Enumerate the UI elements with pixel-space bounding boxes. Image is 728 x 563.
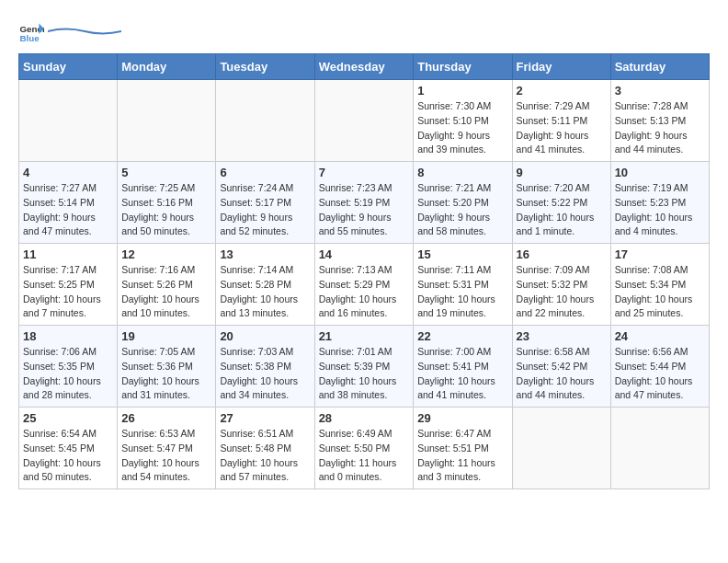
- day-number: 29: [417, 411, 507, 425]
- calendar-cell: 2Sunrise: 7:29 AMSunset: 5:11 PMDaylight…: [512, 80, 610, 162]
- day-info: Sunrise: 7:00 AMSunset: 5:41 PMDaylight:…: [417, 345, 507, 403]
- day-number: 8: [417, 166, 507, 179]
- day-info: Sunrise: 7:14 AMSunset: 5:28 PMDaylight:…: [220, 263, 310, 321]
- week-row-2: 4Sunrise: 7:27 AMSunset: 5:14 PMDaylight…: [19, 162, 710, 244]
- day-number: 20: [220, 329, 310, 343]
- calendar-cell: 12Sunrise: 7:16 AMSunset: 5:26 PMDayligh…: [118, 244, 216, 326]
- day-number: 22: [417, 329, 507, 343]
- day-number: 25: [23, 411, 113, 425]
- column-header-thursday: Thursday: [414, 54, 512, 80]
- calendar-cell: 23Sunrise: 6:58 AMSunset: 5:42 PMDayligh…: [512, 326, 610, 408]
- calendar-cell: 27Sunrise: 6:51 AMSunset: 5:48 PMDayligh…: [216, 408, 314, 489]
- calendar-cell: [19, 80, 118, 162]
- day-number: 14: [319, 247, 410, 261]
- day-info: Sunrise: 7:27 AMSunset: 5:14 PMDaylight:…: [23, 181, 113, 239]
- day-info: Sunrise: 7:20 AMSunset: 5:22 PMDaylight:…: [517, 181, 607, 239]
- day-info: Sunrise: 7:25 AMSunset: 5:16 PMDaylight:…: [121, 181, 211, 239]
- day-number: 16: [517, 247, 607, 261]
- day-number: 26: [121, 411, 211, 425]
- calendar-cell: 20Sunrise: 7:03 AMSunset: 5:38 PMDayligh…: [216, 326, 314, 408]
- column-header-sunday: Sunday: [19, 54, 118, 80]
- day-number: 1: [417, 84, 507, 98]
- day-info: Sunrise: 7:28 AMSunset: 5:13 PMDaylight:…: [615, 99, 705, 157]
- calendar-cell: 16Sunrise: 7:09 AMSunset: 5:32 PMDayligh…: [512, 244, 610, 326]
- day-number: 2: [517, 84, 607, 98]
- calendar-cell: 21Sunrise: 7:01 AMSunset: 5:39 PMDayligh…: [314, 326, 414, 408]
- day-number: 19: [121, 329, 211, 343]
- day-info: Sunrise: 6:47 AMSunset: 5:51 PMDaylight:…: [417, 427, 507, 485]
- calendar-cell: 10Sunrise: 7:19 AMSunset: 5:23 PMDayligh…: [610, 162, 709, 244]
- calendar-cell: 29Sunrise: 6:47 AMSunset: 5:51 PMDayligh…: [414, 408, 512, 489]
- page-header: General Blue: [18, 18, 710, 44]
- day-info: Sunrise: 7:19 AMSunset: 5:23 PMDaylight:…: [615, 181, 705, 239]
- day-info: Sunrise: 7:24 AMSunset: 5:17 PMDaylight:…: [220, 181, 310, 239]
- calendar-cell: [512, 408, 610, 489]
- calendar-header-row: SundayMondayTuesdayWednesdayThursdayFrid…: [19, 54, 710, 80]
- logo-wave: [48, 27, 121, 36]
- day-info: Sunrise: 7:23 AMSunset: 5:19 PMDaylight:…: [319, 181, 410, 239]
- day-number: 12: [121, 247, 211, 261]
- column-header-wednesday: Wednesday: [314, 54, 414, 80]
- day-info: Sunrise: 7:11 AMSunset: 5:31 PMDaylight:…: [417, 263, 507, 321]
- day-info: Sunrise: 6:49 AMSunset: 5:50 PMDaylight:…: [319, 427, 410, 485]
- column-header-tuesday: Tuesday: [216, 54, 314, 80]
- calendar-cell: 19Sunrise: 7:05 AMSunset: 5:36 PMDayligh…: [118, 326, 216, 408]
- week-row-4: 18Sunrise: 7:06 AMSunset: 5:35 PMDayligh…: [19, 326, 710, 408]
- day-info: Sunrise: 7:16 AMSunset: 5:26 PMDaylight:…: [121, 263, 211, 321]
- column-header-monday: Monday: [118, 54, 216, 80]
- column-header-saturday: Saturday: [610, 54, 709, 80]
- calendar-cell: [314, 80, 414, 162]
- calendar-cell: 13Sunrise: 7:14 AMSunset: 5:28 PMDayligh…: [216, 244, 314, 326]
- day-number: 27: [220, 411, 310, 425]
- day-info: Sunrise: 6:51 AMSunset: 5:48 PMDaylight:…: [220, 427, 310, 485]
- day-number: 23: [517, 329, 607, 343]
- svg-text:Blue: Blue: [19, 33, 40, 43]
- day-info: Sunrise: 7:13 AMSunset: 5:29 PMDaylight:…: [319, 263, 410, 321]
- day-number: 11: [23, 247, 113, 261]
- day-info: Sunrise: 7:06 AMSunset: 5:35 PMDaylight:…: [23, 345, 113, 403]
- calendar-cell: [610, 408, 709, 489]
- day-number: 18: [23, 329, 113, 343]
- calendar-cell: [118, 80, 216, 162]
- calendar-cell: 14Sunrise: 7:13 AMSunset: 5:29 PMDayligh…: [314, 244, 414, 326]
- week-row-5: 25Sunrise: 6:54 AMSunset: 5:45 PMDayligh…: [19, 408, 710, 489]
- calendar-cell: 3Sunrise: 7:28 AMSunset: 5:13 PMDaylight…: [610, 80, 709, 162]
- calendar-cell: 28Sunrise: 6:49 AMSunset: 5:50 PMDayligh…: [314, 408, 414, 489]
- calendar-cell: 26Sunrise: 6:53 AMSunset: 5:47 PMDayligh…: [118, 408, 216, 489]
- day-info: Sunrise: 7:29 AMSunset: 5:11 PMDaylight:…: [517, 99, 607, 157]
- calendar-cell: [216, 80, 314, 162]
- day-number: 9: [517, 166, 607, 179]
- calendar-cell: 24Sunrise: 6:56 AMSunset: 5:44 PMDayligh…: [610, 326, 709, 408]
- day-info: Sunrise: 7:09 AMSunset: 5:32 PMDaylight:…: [517, 263, 607, 321]
- day-number: 15: [417, 247, 507, 261]
- day-number: 3: [615, 84, 705, 98]
- calendar-cell: 17Sunrise: 7:08 AMSunset: 5:34 PMDayligh…: [610, 244, 709, 326]
- day-info: Sunrise: 7:30 AMSunset: 5:10 PMDaylight:…: [417, 99, 507, 157]
- column-header-friday: Friday: [512, 54, 610, 80]
- day-info: Sunrise: 6:53 AMSunset: 5:47 PMDaylight:…: [121, 427, 211, 485]
- day-info: Sunrise: 6:56 AMSunset: 5:44 PMDaylight:…: [615, 345, 705, 403]
- calendar-cell: 7Sunrise: 7:23 AMSunset: 5:19 PMDaylight…: [314, 162, 414, 244]
- calendar-cell: 8Sunrise: 7:21 AMSunset: 5:20 PMDaylight…: [414, 162, 512, 244]
- calendar-cell: 15Sunrise: 7:11 AMSunset: 5:31 PMDayligh…: [414, 244, 512, 326]
- logo: General Blue: [18, 18, 121, 44]
- day-info: Sunrise: 7:17 AMSunset: 5:25 PMDaylight:…: [23, 263, 113, 321]
- calendar-cell: 22Sunrise: 7:00 AMSunset: 5:41 PMDayligh…: [414, 326, 512, 408]
- day-number: 13: [220, 247, 310, 261]
- day-info: Sunrise: 6:58 AMSunset: 5:42 PMDaylight:…: [517, 345, 607, 403]
- day-number: 6: [220, 166, 310, 179]
- day-info: Sunrise: 7:03 AMSunset: 5:38 PMDaylight:…: [220, 345, 310, 403]
- calendar-cell: 4Sunrise: 7:27 AMSunset: 5:14 PMDaylight…: [19, 162, 118, 244]
- calendar-cell: 25Sunrise: 6:54 AMSunset: 5:45 PMDayligh…: [19, 408, 118, 489]
- day-number: 7: [319, 166, 410, 179]
- calendar-cell: 18Sunrise: 7:06 AMSunset: 5:35 PMDayligh…: [19, 326, 118, 408]
- calendar-cell: 5Sunrise: 7:25 AMSunset: 5:16 PMDaylight…: [118, 162, 216, 244]
- calendar-cell: 1Sunrise: 7:30 AMSunset: 5:10 PMDaylight…: [414, 80, 512, 162]
- day-info: Sunrise: 7:08 AMSunset: 5:34 PMDaylight:…: [615, 263, 705, 321]
- day-number: 10: [615, 166, 705, 179]
- calendar-cell: 9Sunrise: 7:20 AMSunset: 5:22 PMDaylight…: [512, 162, 610, 244]
- day-number: 5: [121, 166, 211, 179]
- logo-icon: General Blue: [18, 18, 44, 44]
- week-row-3: 11Sunrise: 7:17 AMSunset: 5:25 PMDayligh…: [19, 244, 710, 326]
- week-row-1: 1Sunrise: 7:30 AMSunset: 5:10 PMDaylight…: [19, 80, 710, 162]
